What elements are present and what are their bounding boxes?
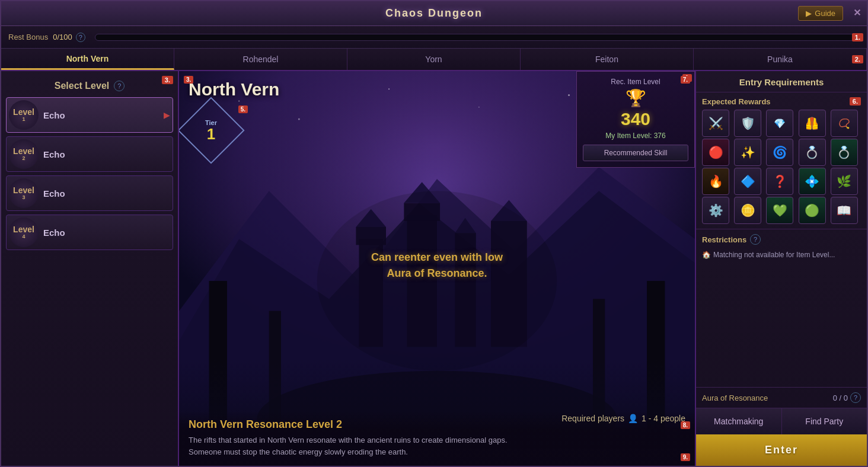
- reward-item-19[interactable]: 📖: [831, 197, 858, 224]
- main-content: Select Level ? Level 1 Echo ▶ Level 2 Ec…: [1, 71, 867, 466]
- players-label: Required players: [561, 414, 624, 423]
- select-level-title: Select Level: [55, 81, 110, 91]
- dungeon-title-area: North Vern: [189, 79, 279, 100]
- center-panel: North Vern Tier 1 5. Can reenter ev: [179, 71, 695, 466]
- section-badge-3-left: 3.: [162, 76, 173, 84]
- reward-item-12[interactable]: ❓: [766, 168, 793, 195]
- expected-rewards-label: Expected Rewards: [702, 97, 861, 106]
- level-item-3[interactable]: Level 3 Echo: [6, 175, 173, 211]
- section-badge-7: 7.: [681, 76, 690, 84]
- players-icon: 👤: [628, 414, 638, 423]
- recommended-skill-button[interactable]: Recommended Skill: [583, 145, 688, 161]
- reward-item-6[interactable]: ✨: [734, 139, 761, 166]
- reenter-notice: Can reenter even with low Aura of Resona…: [371, 250, 503, 282]
- reward-item-4[interactable]: 📿: [831, 110, 858, 137]
- expected-rewards-section: Expected Rewards ⚔️ 🛡️ 💎 🦺 📿 🔴 ✨ 🌀 💍 💍 �: [696, 92, 867, 229]
- reward-item-13[interactable]: 💠: [799, 168, 826, 195]
- reward-item-9[interactable]: 💍: [831, 139, 858, 166]
- aura-label: Aura of Resonance: [702, 394, 768, 402]
- reward-item-10[interactable]: 🔥: [702, 168, 729, 195]
- level-badge-1: Level 1: [9, 100, 39, 130]
- close-button[interactable]: ✕: [853, 7, 861, 18]
- reward-item-17[interactable]: 💚: [766, 197, 793, 224]
- bottom-buttons: Matchmaking Find Party: [696, 408, 867, 434]
- level-badge-3: Level 3: [9, 178, 39, 208]
- dungeon-background: North Vern Tier 1 5. Can reenter ev: [179, 71, 695, 466]
- restrictions-section: Restrictions ? 🏠 Matching not available …: [696, 229, 867, 387]
- restrictions-help-icon[interactable]: ?: [750, 234, 761, 245]
- players-info: Required players 👤 1 - 4 people: [561, 414, 685, 423]
- rec-item-level-title: Rec. Item Level: [583, 78, 688, 86]
- rewards-grid: ⚔️ 🛡️ 💎 🦺 📿 🔴 ✨ 🌀 💍 💍 🔥 🔷 ❓ 💠: [702, 110, 861, 224]
- region-tabs: North Vern Rohendel Yorn Feiton Punika 2…: [1, 49, 867, 71]
- reward-item-14[interactable]: 🌿: [831, 168, 858, 195]
- item-level-icon: 🏆: [583, 88, 688, 108]
- rest-bonus-bar: Rest Bonus 0/100 ? 1.: [1, 26, 867, 49]
- reward-item-0[interactable]: ⚔️: [702, 110, 729, 137]
- tab-punika[interactable]: Punika: [694, 49, 867, 70]
- guide-button[interactable]: ▶ Guide: [798, 6, 843, 21]
- select-level-header: Select Level ?: [6, 76, 173, 94]
- section-badge-9: 9.: [681, 453, 690, 461]
- level-name-1: Echo: [43, 110, 159, 120]
- reward-item-15[interactable]: ⚙️: [702, 197, 729, 224]
- window-title: Chaos Dungeon: [385, 7, 483, 20]
- level-item-4[interactable]: Level 4 Echo: [6, 215, 173, 250]
- section-badge-6: 6.: [850, 97, 861, 105]
- aura-section: Aura of Resonance 0 / 0 ?: [696, 387, 867, 408]
- restriction-text: Matching not available for Item Level...: [713, 250, 835, 261]
- reward-item-3[interactable]: 🦺: [799, 110, 826, 137]
- reward-item-1[interactable]: 🛡️: [734, 110, 761, 137]
- play-icon: ▶: [806, 9, 812, 18]
- aura-value: 0 / 0 ?: [833, 392, 861, 403]
- section-badge-8: 8.: [681, 421, 690, 429]
- reward-item-18[interactable]: 🟢: [799, 197, 826, 224]
- find-party-button[interactable]: Find Party: [782, 408, 867, 434]
- rest-bonus-label: Rest Bonus: [8, 33, 48, 41]
- aura-help-icon[interactable]: ?: [850, 392, 861, 403]
- arrow-icon-1: ▶: [164, 110, 170, 120]
- players-value: 1 - 4 people: [642, 414, 685, 423]
- enter-button[interactable]: Enter: [696, 434, 867, 466]
- svg-point-3: [298, 118, 300, 120]
- reward-item-5[interactable]: 🔴: [702, 139, 729, 166]
- tier-badge-area: Tier 1 5.: [187, 107, 247, 166]
- reward-item-8[interactable]: 💍: [799, 139, 826, 166]
- dungeon-description: The rifts that started in North Vern res…: [189, 434, 685, 458]
- tab-rohendel[interactable]: Rohendel: [174, 49, 347, 70]
- rest-progress-track: [95, 34, 860, 41]
- item-level-number: 340: [583, 109, 688, 129]
- svg-point-2: [238, 101, 240, 102]
- select-level-help-icon[interactable]: ?: [114, 81, 125, 91]
- tab-yorn[interactable]: Yorn: [347, 49, 521, 70]
- svg-point-4: [388, 88, 390, 89]
- tier-number: 1: [207, 126, 215, 142]
- svg-point-5: [478, 107, 480, 108]
- level-item-2[interactable]: Level 2 Echo: [6, 136, 173, 172]
- restrictions-header: Restrictions ?: [702, 234, 861, 245]
- section-badge-2: 2.: [852, 55, 863, 63]
- dungeon-name: North Vern: [189, 79, 279, 100]
- level-item-1[interactable]: Level 1 Echo ▶: [6, 97, 173, 133]
- section-badge-1: 1.: [852, 33, 863, 41]
- rest-help-icon[interactable]: ?: [76, 33, 85, 42]
- section-badge-5: 5.: [238, 105, 248, 113]
- reward-item-11[interactable]: 🔷: [734, 168, 761, 195]
- matchmaking-button[interactable]: Matchmaking: [696, 408, 782, 434]
- title-bar: Chaos Dungeon ▶ Guide ✕: [1, 1, 867, 26]
- chaos-dungeon-window: Chaos Dungeon ▶ Guide ✕ Rest Bonus 0/100…: [0, 0, 868, 467]
- level-name-4: Echo: [43, 228, 170, 238]
- right-panel: Entry Requirements Expected Rewards ⚔️ 🛡…: [695, 71, 867, 466]
- reward-item-7[interactable]: 🌀: [766, 139, 793, 166]
- entry-requirements-header: Entry Requirements: [696, 71, 867, 92]
- reward-item-16[interactable]: 🪙: [734, 197, 761, 224]
- reward-item-2[interactable]: 💎: [766, 110, 793, 137]
- tab-feiton[interactable]: Feiton: [521, 49, 694, 70]
- svg-point-6: [568, 94, 570, 96]
- restrictions-label: Restrictions: [702, 235, 746, 244]
- section-badge-3: 3.: [184, 76, 193, 84]
- my-item-level: My Item Level: 376: [583, 132, 688, 140]
- tab-north-vern[interactable]: North Vern: [1, 49, 174, 70]
- item-level-panel: Rec. Item Level 🏆 340 My Item Level: 376…: [576, 71, 695, 168]
- rest-bonus-value: 0/100: [53, 33, 72, 41]
